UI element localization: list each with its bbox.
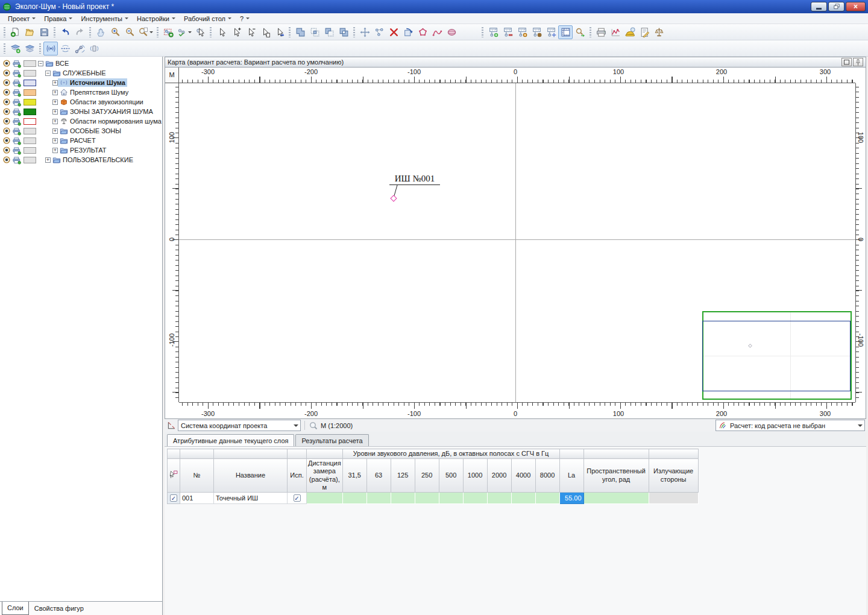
collapse-icon[interactable]: − [45, 71, 51, 76]
restore-button[interactable] [828, 2, 844, 11]
print-layer-icon[interactable] [12, 88, 21, 97]
expand-icon[interactable]: + [52, 148, 58, 153]
remove-measure-point-button[interactable] [500, 25, 515, 39]
expand-icon[interactable]: + [52, 90, 58, 95]
layer-color-swatch[interactable] [24, 70, 36, 77]
pin-map-button[interactable] [853, 58, 863, 66]
visibility-icon[interactable] [2, 107, 11, 116]
visibility-icon[interactable] [2, 59, 11, 68]
nodes-tool-button[interactable] [372, 25, 386, 39]
tree-row-label[interactable]: РЕЗУЛЬТАТ [70, 147, 106, 154]
redo-button[interactable] [72, 25, 87, 39]
save-project-button[interactable] [37, 25, 51, 39]
tree-row[interactable]: −ВСЕ [0, 58, 162, 68]
layer-color-swatch[interactable] [24, 147, 36, 154]
new-project-button[interactable] [8, 25, 22, 39]
maximize-map-button[interactable] [841, 58, 852, 66]
visibility-icon[interactable] [2, 88, 11, 96]
normative-scales-button[interactable] [652, 25, 666, 39]
name-cell[interactable]: Точечный ИШ [214, 492, 288, 503]
print-layer-icon[interactable] [12, 127, 21, 136]
copy-figure-cursor-button[interactable] [257, 25, 272, 39]
add-node-cursor-button[interactable] [228, 25, 243, 39]
layer-color-swatch[interactable] [24, 137, 36, 144]
tree-row[interactable]: +ЗОНЫ ЗАТУХАНИЯ ШУМА [0, 107, 162, 116]
menu-Проект[interactable]: Проект [4, 14, 40, 24]
collapse-icon[interactable]: − [38, 61, 43, 66]
octave-value-cell[interactable] [439, 492, 463, 503]
undo-button[interactable] [58, 25, 72, 39]
checkbox[interactable]: ✓ [294, 494, 301, 502]
zoom-in-button[interactable] [108, 25, 122, 39]
tree-row[interactable]: +Области нормирования шума [0, 116, 162, 126]
subtract-shapes-button[interactable] [322, 25, 336, 39]
tree-row-label[interactable]: Области звукоизоляции [70, 98, 143, 106]
layer-color-swatch[interactable] [24, 99, 36, 106]
tab-Атрибутивные данные текущего слоя[interactable]: Атрибутивные данные текущего слоя [167, 434, 294, 446]
spatial-angle-cell[interactable] [583, 492, 649, 503]
octave-value-cell[interactable] [391, 492, 415, 503]
octave-value-cell[interactable] [366, 492, 391, 503]
add-layer-button[interactable] [8, 42, 22, 55]
print-button[interactable] [594, 25, 608, 39]
layer-color-swatch[interactable] [24, 118, 36, 125]
tree-row-label[interactable]: ОСОБЫЕ ЗОНЫ [70, 127, 121, 134]
expand-icon[interactable]: + [52, 109, 58, 115]
row-select-cell[interactable]: ✓ [168, 492, 180, 503]
octave-value-cell[interactable] [487, 492, 511, 503]
tree-row-label[interactable]: Препятствия Шуму [70, 89, 128, 96]
coordinate-system-dropdown[interactable] [291, 420, 300, 430]
expand-icon[interactable]: + [52, 128, 58, 134]
layer-color-swatch[interactable] [24, 109, 36, 115]
expand-icon[interactable]: + [52, 138, 58, 144]
combine-shapes-button[interactable] [336, 25, 351, 39]
zoom-out-button[interactable] [122, 25, 137, 39]
print-layer-icon[interactable] [12, 117, 21, 126]
close-button[interactable]: × [846, 2, 866, 11]
measure-point-move-button[interactable] [544, 25, 558, 39]
layer-color-swatch[interactable] [24, 128, 36, 134]
union-shapes-button[interactable] [293, 25, 307, 39]
used-cell[interactable]: ✓ [288, 492, 307, 503]
distance-cell[interactable] [307, 492, 343, 503]
tree-row[interactable]: +ПОЛЬЗОВАТЕЛЬСКИЕ [0, 155, 162, 165]
angled-source-tool-button[interactable] [72, 42, 87, 55]
edit-figure-button[interactable] [175, 25, 193, 39]
tree-row[interactable]: +Источники Шума [0, 78, 162, 87]
octave-value-cell[interactable] [535, 492, 559, 503]
intersect-shapes-button[interactable] [307, 25, 322, 39]
tab-Результаты расчета[interactable]: Результаты расчета [295, 434, 368, 446]
move-tool-button[interactable] [357, 25, 372, 39]
print-layer-icon[interactable] [12, 69, 21, 78]
noise-chart-button[interactable] [608, 25, 623, 39]
sphere-tool-button[interactable] [444, 25, 459, 39]
move-figure-cursor-button[interactable] [272, 25, 286, 39]
pan-tool-button[interactable] [93, 25, 108, 39]
octave-value-cell[interactable] [463, 492, 487, 503]
measure-point-a-button[interactable] [515, 25, 529, 39]
delete-node-cursor-button[interactable] [243, 25, 257, 39]
minimize-button[interactable] [811, 2, 827, 11]
visibility-icon[interactable] [2, 78, 11, 87]
tree-row-label[interactable]: ПОЛЬЗОВАТЕЛЬСКИЕ [63, 156, 133, 163]
menu-Рабочий стол[interactable]: Рабочий стол [180, 14, 236, 24]
layer-color-swatch[interactable] [24, 89, 36, 96]
print-layer-icon[interactable] [12, 107, 21, 116]
visibility-icon[interactable] [2, 146, 11, 154]
menu-Правка[interactable]: Правка [40, 14, 77, 24]
menu-?[interactable]: ? [236, 14, 254, 24]
result-area-rect[interactable] [702, 321, 851, 391]
tree-row-label[interactable]: ВСЕ [55, 60, 69, 67]
select-rows-header[interactable] [168, 459, 180, 493]
left-tab-Свойства фигур[interactable]: Свойства фигур [29, 602, 89, 615]
visibility-icon[interactable] [2, 156, 11, 164]
layer-color-swatch[interactable] [24, 80, 36, 86]
left-tab-Слои[interactable]: Слои [2, 602, 29, 615]
map-canvas[interactable]: ИШ №001 [179, 83, 855, 402]
print-layer-icon[interactable] [12, 136, 21, 145]
layer-color-swatch[interactable] [24, 60, 36, 67]
calc-variant-select[interactable]: Расчет: код расчета не выбран [715, 420, 865, 431]
zoom-scale-button[interactable] [137, 25, 154, 39]
visibility-icon[interactable] [2, 69, 11, 77]
pick-figure-button[interactable] [193, 25, 207, 39]
